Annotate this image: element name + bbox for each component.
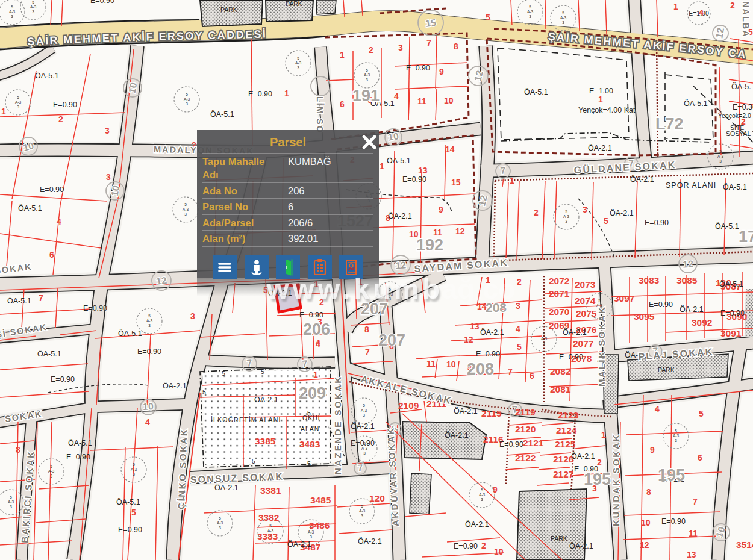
svg-text:3: 3	[10, 505, 12, 509]
svg-text:3083: 3083	[639, 275, 660, 285]
svg-text:ÖA-2.1: ÖA-2.1	[610, 209, 634, 217]
svg-text:8: 8	[364, 325, 369, 334]
svg-text:NAZENDE SOKAK: NAZENDE SOKAK	[333, 375, 343, 474]
svg-text:2121: 2121	[523, 438, 544, 448]
svg-text:5: 5	[17, 95, 19, 99]
svg-text:14: 14	[445, 145, 455, 154]
svg-text:5: 5	[543, 332, 545, 336]
svg-text:3: 3	[190, 311, 195, 321]
svg-text:3: 3	[516, 301, 520, 311]
svg-text:ÖA-2.1: ÖA-2.1	[630, 175, 654, 184]
svg-text:192: 192	[416, 236, 443, 254]
svg-text:E=0.90: E=0.90	[454, 542, 478, 550]
svg-text:ÖA-2.1: ÖA-2.1	[563, 328, 587, 337]
svg-text:1: 1	[601, 430, 606, 440]
svg-text:ÖA-2.1: ÖA-2.1	[214, 484, 239, 492]
svg-text:5: 5	[133, 462, 135, 467]
svg-text:3: 3	[310, 535, 312, 539]
svg-text:2122: 2122	[515, 453, 536, 463]
svg-text:207: 207	[378, 331, 405, 349]
svg-text:ÖA-2.1: ÖA-2.1	[465, 520, 489, 529]
svg-text:3: 3	[106, 172, 111, 182]
svg-text:209: 209	[299, 384, 326, 402]
svg-text:7: 7	[508, 367, 513, 376]
svg-text:ÖA-2.1: ÖA-2.1	[351, 422, 375, 431]
svg-text:2072: 2072	[549, 276, 569, 286]
svg-text:5: 5	[486, 13, 490, 22]
svg-text:13: 13	[470, 322, 480, 331]
svg-text:2: 2	[58, 114, 63, 124]
svg-text:3: 3	[565, 219, 567, 223]
svg-text:3: 3	[297, 66, 299, 70]
svg-text:208: 208	[467, 360, 494, 378]
svg-text:5: 5	[222, 370, 225, 377]
svg-text:A-3: A-3	[560, 16, 567, 20]
svg-text:3091: 3091	[720, 328, 742, 338]
svg-text:A-3: A-3	[9, 10, 16, 14]
svg-text:3: 3	[675, 438, 677, 443]
svg-text:A-3: A-3	[15, 100, 22, 104]
svg-text:E=0.90: E=0.90	[402, 175, 426, 184]
svg-text:4: 4	[145, 417, 150, 427]
svg-text:A-3: A-3	[8, 500, 14, 504]
svg-text:5: 5	[604, 216, 608, 226]
svg-text:2119: 2119	[515, 407, 536, 417]
svg-text:10: 10	[641, 518, 651, 527]
svg-text:2071: 2071	[549, 288, 570, 299]
svg-text:8: 8	[646, 487, 651, 497]
svg-text:3486: 3486	[309, 520, 330, 530]
svg-text:4: 4	[316, 338, 320, 347]
svg-text:E=0.90: E=0.90	[406, 64, 430, 72]
svg-text:3: 3	[11, 14, 13, 19]
svg-text:3514: 3514	[736, 540, 753, 550]
svg-text:1: 1	[313, 370, 318, 379]
svg-text:5: 5	[598, 299, 601, 303]
svg-text:ÖA-5.1: ÖA-5.1	[524, 88, 548, 96]
svg-text:1: 1	[486, 275, 490, 285]
svg-text:2077: 2077	[573, 338, 593, 349]
svg-text:3: 3	[363, 451, 366, 455]
svg-text:6: 6	[698, 453, 702, 462]
svg-text:2120: 2120	[515, 424, 536, 434]
svg-text:4: 4	[394, 92, 399, 101]
svg-text:5: 5	[389, 287, 391, 291]
svg-text:2: 2	[481, 541, 486, 550]
svg-text:3383: 3383	[257, 531, 278, 541]
svg-text:5: 5	[252, 458, 255, 465]
svg-text:3097: 3097	[614, 293, 634, 303]
svg-text:PARK: PARK	[551, 535, 567, 542]
svg-text:E=0.90: E=0.90	[645, 219, 669, 227]
svg-text:3385: 3385	[255, 436, 276, 446]
svg-text:10: 10	[494, 547, 504, 556]
svg-text:A-3: A-3	[146, 319, 153, 323]
svg-text:E=0.90: E=0.90	[51, 375, 75, 384]
svg-text:12: 12	[683, 258, 694, 269]
svg-text:E=0.90: E=0.90	[720, 309, 745, 317]
svg-text:A-3: A-3	[364, 73, 370, 77]
svg-text:208: 208	[486, 300, 507, 314]
svg-text:5: 5	[517, 342, 522, 352]
svg-text:ALAN: ALAN	[301, 425, 319, 432]
svg-text:9: 9	[439, 67, 444, 76]
svg-text:A-3: A-3	[479, 493, 486, 497]
svg-text:A-3: A-3	[183, 207, 189, 211]
svg-text:3: 3	[719, 159, 722, 163]
svg-text:120: 120	[369, 493, 385, 503]
svg-text:1: 1	[673, 2, 678, 11]
svg-text:A-3: A-3	[717, 154, 724, 158]
svg-text:10: 10	[110, 185, 122, 198]
svg-text:A-3: A-3	[131, 467, 137, 471]
svg-text:İLKÖĞRETİM ALANI: İLKÖĞRETİM ALANI	[211, 416, 281, 423]
svg-text:A-3: A-3	[541, 337, 548, 341]
svg-text:3: 3	[562, 20, 564, 25]
svg-text:8: 8	[454, 42, 458, 51]
svg-text:13: 13	[418, 166, 428, 175]
svg-text:E=0.90: E=0.90	[83, 304, 107, 313]
svg-text:3: 3	[481, 497, 483, 502]
svg-text:1: 1	[284, 89, 289, 98]
svg-text:2081: 2081	[550, 384, 571, 394]
svg-text:3: 3	[17, 105, 19, 109]
svg-text:ÖA-2.1: ÖA-2.1	[163, 382, 187, 390]
svg-text:A-3: A-3	[308, 530, 314, 534]
svg-text:E=0.90: E=0.90	[351, 439, 375, 447]
